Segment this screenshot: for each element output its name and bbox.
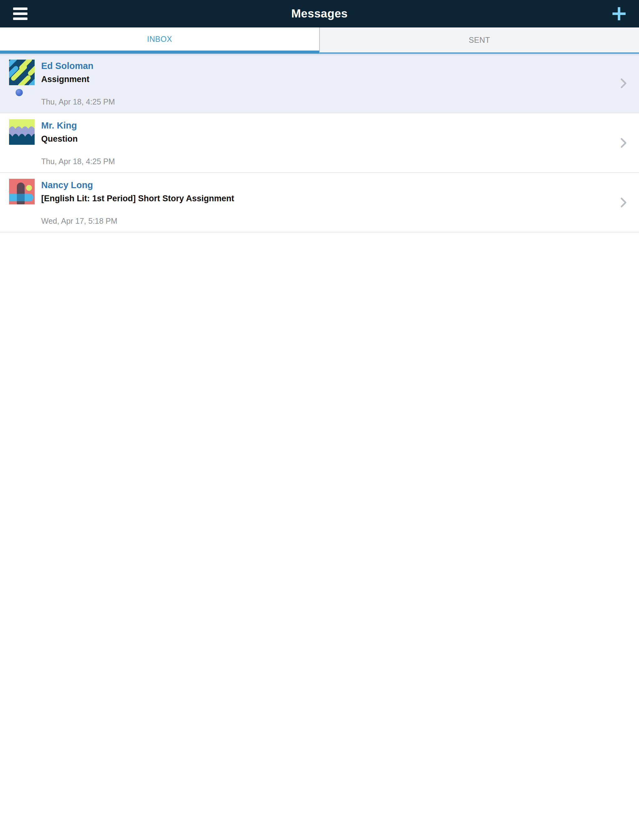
chevron-right-icon	[620, 197, 627, 208]
page-title: Messages	[291, 7, 348, 20]
avatar-abstract-shapes	[9, 179, 35, 204]
message-timestamp: Thu, Apr 18, 4:25 PM	[41, 157, 639, 166]
unread-dot	[16, 89, 23, 96]
message-timestamp: Wed, Apr 17, 5:18 PM	[41, 216, 639, 226]
compose-plus-icon[interactable]	[612, 6, 626, 21]
tab-sent[interactable]: SENT	[319, 27, 639, 54]
message-subject: [English Lit: 1st Period] Short Story As…	[41, 194, 639, 204]
message-list: Ed Soloman Assignment Thu, Apr 18, 4:25 …	[0, 54, 639, 232]
plus-icon	[612, 6, 626, 21]
tab-inbox[interactable]: INBOX	[0, 27, 319, 54]
sender-name: Mr. King	[41, 113, 639, 131]
app-header: Messages	[0, 0, 639, 27]
hamburger-menu-icon[interactable]	[13, 8, 27, 20]
chevron-right-icon	[620, 78, 627, 89]
message-timestamp: Thu, Apr 18, 4:25 PM	[41, 97, 639, 107]
tab-bar: INBOX SENT	[0, 27, 639, 54]
messages-app: Messages INBOX SENT	[0, 0, 639, 840]
sender-name: Ed Soloman	[41, 54, 639, 71]
avatar-waves	[9, 119, 35, 145]
message-row[interactable]: Nancy Long [English Lit: 1st Period] Sho…	[0, 173, 639, 232]
sender-name: Nancy Long	[41, 173, 639, 190]
chevron-right-icon	[620, 138, 627, 148]
message-subject: Assignment	[41, 75, 639, 84]
message-subject: Question	[41, 134, 639, 144]
message-row[interactable]: Mr. King Question Thu, Apr 18, 4:25 PM	[0, 113, 639, 173]
message-row[interactable]: Ed Soloman Assignment Thu, Apr 18, 4:25 …	[0, 54, 639, 113]
avatar-diagonal-stripes	[9, 60, 35, 85]
